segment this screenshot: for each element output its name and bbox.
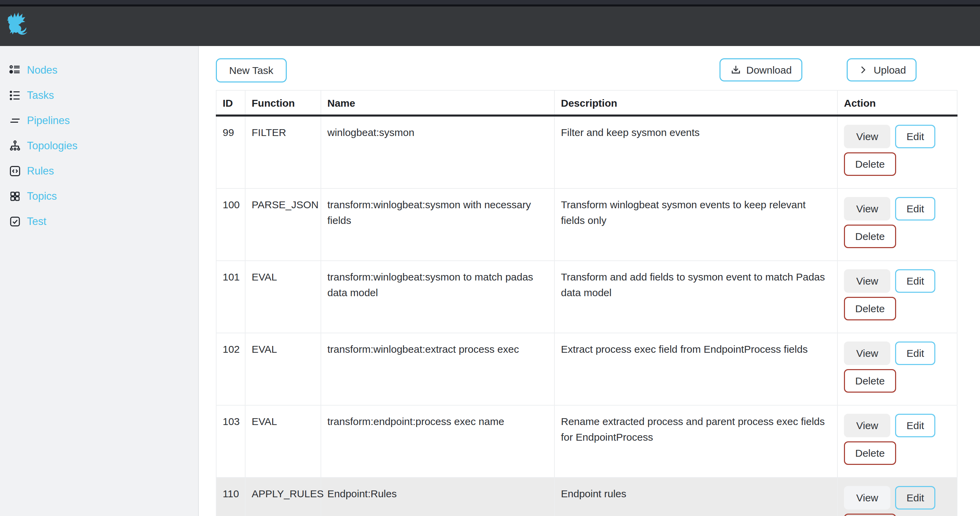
edit-button[interactable]: Edit — [895, 414, 935, 437]
cell-id: 99 — [216, 116, 245, 189]
edit-button[interactable]: Edit — [895, 486, 935, 510]
sidebar-item-topologies[interactable]: Topologies — [0, 133, 198, 159]
cell-name: transform:endpoint:process exec name — [321, 405, 554, 478]
cell-actions: View Edit Delete — [837, 116, 957, 189]
delete-button[interactable]: Delete — [844, 441, 896, 465]
cell-actions: View Edit Delete — [837, 405, 957, 478]
column-header-action: Action — [837, 90, 957, 116]
delete-button[interactable]: Delete — [844, 369, 896, 393]
top-bar — [0, 0, 980, 46]
sidebar-item-label: Tasks — [27, 89, 54, 102]
column-header-name: Name — [321, 90, 554, 116]
edit-button[interactable]: Edit — [895, 125, 935, 148]
sidebar-item-tasks[interactable]: Tasks — [0, 83, 198, 108]
table-row: 99 FILTER winlogbeat:sysmon Filter and k… — [216, 116, 957, 189]
cell-id: 103 — [216, 405, 245, 478]
cell-actions: View Edit Delete — [837, 189, 957, 261]
chevron-right-icon — [857, 64, 869, 76]
sidebar-item-label: Rules — [27, 165, 54, 177]
sidebar-item-test[interactable]: Test — [0, 209, 198, 234]
cell-actions: View Edit Delete — [837, 333, 957, 405]
view-button[interactable]: View — [844, 341, 890, 365]
cell-function: EVAL — [245, 405, 321, 478]
view-button[interactable]: View — [844, 197, 890, 221]
edit-button[interactable]: Edit — [895, 197, 935, 221]
cell-name: Endpoint:Rules — [321, 478, 554, 516]
cell-description: Transform and add fields to sysmon event… — [554, 261, 837, 333]
cell-actions: View Edit Delete — [837, 478, 957, 516]
cell-description: Filter and keep sysmon events — [554, 116, 837, 189]
view-button[interactable]: View — [844, 414, 890, 437]
cell-function: PARSE_JSON — [245, 189, 321, 261]
cell-description: Extract process exec field from Endpoint… — [554, 333, 837, 405]
column-header-id: ID — [216, 90, 245, 116]
cell-name: transform:winlogbeat:sysmon to match pad… — [321, 261, 554, 333]
sidebar-item-label: Test — [27, 215, 46, 228]
column-header-function: Function — [245, 90, 321, 116]
cell-function: EVAL — [245, 333, 321, 405]
topologies-icon — [9, 140, 21, 152]
tasks-icon — [9, 89, 21, 102]
sidebar-item-nodes[interactable]: Nodes — [0, 57, 198, 83]
top-strip-shadow — [0, 5, 980, 6]
cell-id: 101 — [216, 261, 245, 333]
toolbar: New Task Download Upload — [216, 58, 980, 83]
new-task-label: New Task — [229, 65, 274, 76]
cell-function: APPLY_RULES — [245, 478, 321, 516]
sidebar: Nodes Tasks Pipelines Topologies — [0, 46, 199, 516]
new-task-button[interactable]: New Task — [216, 58, 287, 83]
download-icon — [730, 64, 741, 76]
rules-icon — [9, 165, 21, 177]
table-header-row: ID Function Name Description Action — [216, 90, 957, 116]
table-row: 100 PARSE_JSON transform:winlogbeat:sysm… — [216, 189, 957, 261]
table-row: 102 EVAL transform:winlogbeat:extract pr… — [216, 333, 957, 405]
cell-name: transform:winlogbeat:sysmon with necessa… — [321, 189, 554, 261]
table-row: 101 EVAL transform:winlogbeat:sysmon to … — [216, 261, 957, 333]
test-icon — [9, 215, 21, 228]
upload-label: Upload — [873, 64, 906, 76]
table-row: 103 EVAL transform:endpoint:process exec… — [216, 405, 957, 478]
download-label: Download — [746, 64, 792, 76]
cell-id: 100 — [216, 189, 245, 261]
sidebar-item-label: Pipelines — [27, 114, 70, 127]
cell-function: FILTER — [245, 116, 321, 189]
cell-description: Endpoint rules — [554, 478, 837, 516]
toolbar-right-group: Download Upload — [719, 58, 917, 81]
table-row-highlighted: 110 APPLY_RULES Endpoint:Rules Endpoint … — [216, 478, 957, 516]
view-button[interactable]: View — [844, 486, 890, 510]
sidebar-item-pipelines[interactable]: Pipelines — [0, 108, 198, 133]
dragon-logo-icon[interactable] — [5, 10, 30, 40]
cell-name: transform:winlogbeat:extract process exe… — [321, 333, 554, 405]
delete-button[interactable]: Delete — [844, 225, 896, 248]
download-button[interactable]: Download — [719, 58, 802, 81]
main-content: New Task Download Upload — [199, 46, 980, 516]
sidebar-item-rules[interactable]: Rules — [0, 159, 198, 184]
pipelines-icon — [9, 114, 21, 127]
edit-button[interactable]: Edit — [895, 269, 935, 293]
upload-button[interactable]: Upload — [847, 58, 916, 81]
view-button[interactable]: View — [844, 125, 890, 148]
sidebar-item-label: Nodes — [27, 64, 57, 76]
edit-button[interactable]: Edit — [895, 341, 935, 365]
cell-function: EVAL — [245, 261, 321, 333]
sidebar-item-label: Topics — [27, 190, 57, 202]
cell-name: winlogbeat:sysmon — [321, 116, 554, 189]
sidebar-item-label: Topologies — [27, 140, 77, 152]
cell-id: 102 — [216, 333, 245, 405]
view-button[interactable]: View — [844, 269, 890, 293]
sidebar-item-topics[interactable]: Topics — [0, 184, 198, 209]
cell-description: Transform winlogbeat sysmon events to ke… — [554, 189, 837, 261]
delete-button[interactable]: Delete — [844, 514, 896, 516]
delete-button[interactable]: Delete — [844, 152, 896, 176]
column-header-description: Description — [554, 90, 837, 116]
delete-button[interactable]: Delete — [844, 297, 896, 321]
nodes-icon — [9, 64, 21, 76]
cell-id: 110 — [216, 478, 245, 516]
topics-icon — [9, 190, 21, 202]
tasks-table: ID Function Name Description Action 99 F… — [216, 90, 958, 516]
cell-actions: View Edit Delete — [837, 261, 957, 333]
top-strip — [0, 0, 980, 5]
cell-description: Rename extracted process and parent proc… — [554, 405, 837, 478]
